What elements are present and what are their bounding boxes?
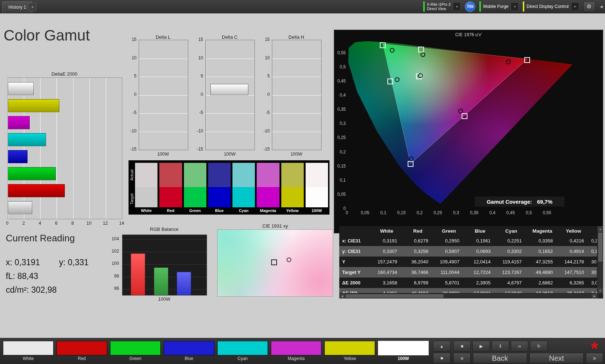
- table-cell: 0,4216: [558, 236, 589, 246]
- collapse-panel-button[interactable]: ◀: [599, 4, 604, 9]
- reading-y: y: 0,331: [59, 258, 89, 267]
- patch-green[interactable]: Green: [110, 341, 161, 362]
- patch-color: [217, 341, 268, 355]
- table-cell: 2,6862: [527, 278, 558, 288]
- back-button[interactable]: Back: [473, 353, 527, 364]
- alert-asterisk-button[interactable]: *: [587, 339, 602, 351]
- back-chevron-button[interactable]: «: [453, 353, 471, 364]
- scroll-down-icon[interactable]: ▼: [597, 288, 603, 293]
- topbar-right: X-Rite i1Pro 3 Direct View ▼ 705 Mobile …: [423, 0, 604, 13]
- next-chevron-button[interactable]: »: [586, 353, 603, 364]
- cie-measured-yellow: [421, 52, 425, 57]
- tab-history-1[interactable]: History 1: [2, 1, 32, 13]
- bottom-bar: WhiteRedGreenBlueCyanMagentaYellow100W ▲…: [0, 338, 605, 364]
- delta-ytick: -10: [261, 128, 270, 134]
- table-cell: 5,8701: [433, 278, 465, 288]
- patch-cyan[interactable]: Cyan: [217, 341, 268, 362]
- swatch-label: Blue: [208, 207, 231, 214]
- patch-red[interactable]: Red: [56, 341, 107, 362]
- cie-measured-red: [506, 60, 511, 64]
- display-control-selector[interactable]: Direct Display Control ▼: [523, 1, 579, 12]
- cie-xtick: 0,5: [522, 210, 536, 215]
- cie-measured-green: [390, 48, 394, 53]
- patch-color: [110, 341, 161, 355]
- scroll-up-icon[interactable]: ▲: [597, 226, 603, 232]
- reading-cdm2: cd/m²: 302,98: [6, 285, 57, 295]
- patch-yellow[interactable]: Yellow: [324, 341, 375, 362]
- delta-ytick: -5: [128, 110, 136, 115]
- source-dropdown-button[interactable]: ▼: [511, 2, 519, 11]
- scroll-right-icon[interactable]: ▶: [592, 293, 597, 299]
- up-arrow-button[interactable]: ▲: [433, 341, 450, 352]
- pattern-window-button[interactable]: ■: [433, 353, 450, 364]
- rgb-gridline: [122, 240, 207, 240]
- cie-xtick: 0,55: [540, 210, 554, 215]
- swatch-column-magenta: Magenta: [257, 163, 279, 214]
- pause-button[interactable]: ‖: [492, 341, 509, 352]
- swatch-actual: [257, 163, 279, 187]
- cie-target-blue: [408, 161, 413, 167]
- cie-ytick: 0,2: [335, 149, 346, 155]
- rgb-ytick: 100: [109, 261, 119, 266]
- patch-color: [164, 341, 214, 355]
- delta-ytick: 15: [194, 37, 203, 42]
- rgb-balance-y-axis: 1041021009896: [109, 234, 121, 295]
- play-button[interactable]: ▶: [472, 341, 490, 352]
- patch-white[interactable]: White: [3, 341, 54, 362]
- swatch-compare-panel: Actual Target WhiteRedGreenBlueCyanMagen…: [129, 160, 329, 215]
- meter-dropdown-button[interactable]: ▼: [453, 2, 461, 11]
- table-vertical-scrollbar[interactable]: ▲ ▼: [597, 226, 603, 293]
- cie-xtick: 0: [340, 210, 354, 215]
- meter-selector[interactable]: X-Rite i1Pro 3 Direct View ▼: [423, 1, 461, 12]
- table-horizontal-scrollbar[interactable]: ◀ ▶: [339, 293, 597, 299]
- meter-count-badge[interactable]: 705: [465, 1, 475, 12]
- cie-ytick: 0,35: [335, 107, 346, 112]
- delta-l-x-label: 100W: [139, 152, 188, 157]
- scrollbar-corner: [597, 293, 603, 299]
- delta-l-y-axis: 151050-5-10-15: [128, 40, 137, 149]
- loop-button[interactable]: ∞: [511, 341, 528, 352]
- refresh-button[interactable]: ↻: [530, 341, 547, 352]
- rgb-bar-red: [131, 253, 145, 295]
- delta-h-plot: [272, 40, 322, 150]
- chevron-down-icon: ▼: [455, 5, 458, 8]
- deltae-bar-red: [8, 184, 65, 197]
- cie-ytick: 0,5: [335, 64, 346, 69]
- swatch-target: [232, 187, 255, 207]
- table-cell-clipped: 0,3: [589, 236, 597, 246]
- delta-l-chart: Delta L 151050-5-10-15 100W: [128, 34, 189, 158]
- patch-magenta[interactable]: Magenta: [271, 341, 322, 362]
- table-header-magenta: Magenta: [527, 226, 558, 236]
- swatch-column-cyan: Cyan: [232, 163, 255, 214]
- measurement-table: WhiteRedGreenBlueCyanMagentaYellowx: CIE…: [339, 226, 603, 299]
- cie-measured-blue: [409, 156, 413, 161]
- cie1976-gamut-diagram: [347, 35, 572, 209]
- meter-line1: X-Rite i1Pro 3: [427, 2, 450, 7]
- delta-gridline: [139, 132, 188, 132]
- next-button[interactable]: Next: [529, 353, 584, 364]
- swatch-label: Red: [159, 207, 182, 214]
- delta-ytick: -15: [128, 147, 136, 152]
- patch-blue[interactable]: Blue: [164, 341, 214, 362]
- horizontal-scroll-thumb[interactable]: [346, 294, 444, 298]
- settings-button[interactable]: ⚙: [583, 1, 595, 12]
- delta-ytick: -15: [261, 147, 270, 152]
- table-cell: 0,3256: [402, 246, 433, 257]
- cie-ytick: 0,25: [335, 135, 346, 140]
- table-cell: 0,3302: [496, 246, 527, 257]
- table-cell: 49,4690: [527, 267, 558, 278]
- stop-button[interactable]: ■: [453, 341, 471, 352]
- meter-status-bar: [423, 1, 425, 12]
- table-cell: 0,2950: [433, 236, 465, 246]
- deltae-bar-white: [8, 82, 34, 95]
- table-cell: 47,3255: [527, 257, 558, 267]
- scroll-left-icon[interactable]: ◀: [339, 293, 345, 299]
- add-tab-button[interactable]: +: [28, 3, 37, 11]
- display-control-dropdown-button[interactable]: ▼: [571, 2, 579, 11]
- cie-xtick: 0,25: [430, 210, 445, 215]
- cie1931-measured-marker: [287, 257, 291, 262]
- source-selector[interactable]: Mobile Forge ▼: [479, 1, 519, 12]
- patch-100w[interactable]: 100W: [378, 341, 429, 362]
- vertical-scroll-thumb[interactable]: [598, 233, 602, 262]
- delta-gridline: [206, 59, 255, 59]
